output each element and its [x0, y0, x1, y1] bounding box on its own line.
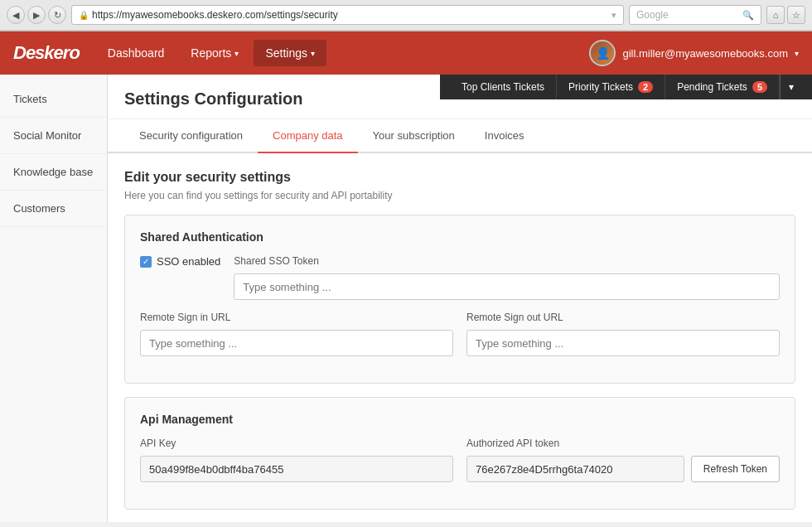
section-content: Edit your security settings Here you can… — [108, 153, 812, 522]
refresh-token-button[interactable]: Refresh Token — [691, 456, 780, 482]
auth-token-label: Authorized API token — [466, 438, 780, 449]
settings-tabs: Security configuration Company data Your… — [108, 119, 812, 153]
section-title: Edit your security settings — [124, 170, 795, 185]
ticket-tab-priority[interactable]: Priority Tickets 2 — [557, 75, 665, 99]
shared-sso-token-label: Shared SSO Token — [234, 255, 780, 267]
remote-sign-out-input[interactable] — [466, 330, 780, 356]
nav-items: Dashboard Reports ▾ Settings ▾ — [96, 40, 326, 66]
search-icon: 🔍 — [742, 10, 754, 21]
tab-company-data[interactable]: Company data — [258, 119, 358, 153]
search-placeholder: Google — [636, 9, 669, 21]
sso-enabled-checkbox[interactable]: ✓ — [140, 256, 152, 268]
tickets-bar-dropdown[interactable]: ▾ — [780, 75, 802, 99]
remote-sign-in-group: Remote Sign in URL — [140, 312, 453, 356]
api-key-input[interactable] — [140, 456, 453, 482]
remote-sign-out-label: Remote Sign out URL — [466, 312, 780, 323]
auth-token-input[interactable] — [466, 456, 684, 482]
ticket-tab-top-clients[interactable]: Top Clients Tickets — [450, 75, 557, 99]
ticket-tab-pending[interactable]: Pending Tickets 5 — [665, 75, 780, 99]
url-dropdown-icon: ▾ — [611, 10, 616, 21]
shared-auth-card: Shared Authentication ✓ SSO enabled S — [124, 215, 795, 384]
sso-left: ✓ SSO enabled — [140, 255, 220, 268]
sidebar-item-customers[interactable]: Customers — [0, 191, 107, 227]
checkmark-icon: ✓ — [143, 257, 149, 266]
api-key-label: API Key — [140, 438, 453, 449]
user-section: 👤 gill.miller@myawesomebooks.com ▾ — [589, 40, 799, 66]
main-layout: Tickets Social Monitor Knowledge base Cu… — [0, 75, 812, 522]
sso-right: Shared SSO Token — [234, 255, 780, 300]
remote-sign-in-label: Remote Sign in URL — [140, 312, 453, 323]
home-button[interactable]: ⌂ — [766, 6, 785, 24]
remote-url-row: Remote Sign in URL Remote Sign out URL — [140, 312, 780, 356]
nav-settings[interactable]: Settings ▾ — [254, 40, 326, 66]
bookmark-button[interactable]: ☆ — [787, 6, 805, 24]
api-management-card-title: Api Management — [140, 413, 780, 426]
sidebar-item-tickets[interactable]: Tickets — [0, 81, 107, 118]
priority-badge: 2 — [638, 81, 653, 93]
tab-security-configuration[interactable]: Security configuration — [124, 119, 258, 153]
auth-token-group: Authorized API token Refresh Token — [466, 438, 780, 482]
sidebar: Tickets Social Monitor Knowledge base Cu… — [0, 75, 108, 522]
tab-invoices[interactable]: Invoices — [470, 119, 539, 153]
sidebar-item-social-monitor[interactable]: Social Monitor — [0, 118, 107, 154]
url-bar[interactable]: 🔒 https://myawesomebooks.deskero.com/set… — [71, 5, 624, 25]
avatar-image: 👤 — [591, 41, 614, 65]
nav-reports[interactable]: Reports ▾ — [179, 40, 250, 66]
user-dropdown-icon[interactable]: ▾ — [795, 49, 799, 58]
pending-badge: 5 — [752, 81, 767, 93]
top-nav: Deskero Dashboard Reports ▾ Settings ▾ 👤… — [0, 31, 812, 75]
shared-auth-card-title: Shared Authentication — [140, 230, 780, 244]
sidebar-item-knowledge-base[interactable]: Knowledge base — [0, 154, 107, 191]
tab-your-subscription[interactable]: Your subscription — [358, 119, 470, 153]
forward-button[interactable]: ▶ — [27, 6, 46, 24]
settings-dropdown-icon: ▾ — [311, 49, 315, 58]
remote-sign-out-group: Remote Sign out URL — [466, 312, 780, 356]
refresh-button[interactable]: ↻ — [48, 6, 66, 24]
remote-sign-in-input[interactable] — [140, 330, 453, 356]
auth-token-row: Refresh Token — [466, 456, 780, 482]
api-management-card: Api Management API Key Authorized API to… — [124, 397, 795, 510]
avatar[interactable]: 👤 — [589, 40, 616, 66]
sso-enabled-label: SSO enabled — [157, 255, 220, 268]
logo[interactable]: Deskero — [13, 42, 80, 64]
api-fields-row: API Key Authorized API token Refresh Tok… — [140, 438, 780, 482]
lock-icon: 🔒 — [79, 11, 89, 20]
sso-enabled-row: ✓ SSO enabled — [140, 255, 220, 268]
section-subtitle: Here you can find you settings for secur… — [124, 190, 795, 201]
user-email: gill.miller@myawesomebooks.com — [622, 47, 788, 60]
back-button[interactable]: ◀ — [7, 6, 25, 24]
reports-dropdown-icon: ▾ — [234, 49, 239, 58]
content-area: Settings Configuration Security configur… — [108, 75, 812, 522]
search-bar[interactable]: Google 🔍 — [629, 5, 761, 25]
tickets-bar: Top Clients Tickets Priority Tickets 2 P… — [440, 75, 812, 99]
url-text: https://myawesomebooks.deskero.com/setti… — [92, 9, 338, 21]
api-key-group: API Key — [140, 438, 453, 482]
shared-sso-section: ✓ SSO enabled Shared SSO Token — [140, 255, 780, 300]
nav-dashboard[interactable]: Dashboard — [96, 40, 176, 66]
shared-sso-token-input[interactable] — [234, 273, 780, 300]
